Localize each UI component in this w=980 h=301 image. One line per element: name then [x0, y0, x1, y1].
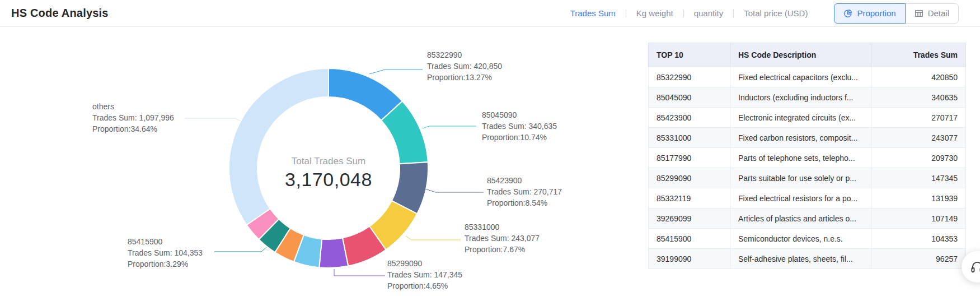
description-cell: Articles of plastics and articles o...	[730, 209, 871, 229]
callout-line: Trades Sum: 420,850	[427, 61, 502, 72]
table-row: 39199090Self-adhesive plates, sheets, fi…	[649, 249, 966, 269]
label-leader-line	[185, 118, 241, 121]
description-cell: Semiconductor devices, n.e.s.	[730, 229, 871, 249]
column-header-trades-sum: Trades Sum	[871, 43, 966, 67]
headset-icon	[970, 260, 980, 274]
callout-line: Trades Sum: 1,097,996	[92, 112, 174, 123]
table-row: 39269099Articles of plastics and article…	[649, 209, 966, 229]
callout-line: 85423900	[487, 175, 562, 186]
trades-sum-cell: 104353	[871, 229, 966, 249]
callout-line: Proportion:3.29%	[128, 258, 203, 270]
chart-callout-85299090: 85299090Trades Sum: 147,345Proportion:4.…	[387, 258, 462, 291]
callout-line: 85322990	[427, 49, 502, 61]
hs-code-cell: 85299090	[649, 168, 730, 188]
hs-code-cell: 85177990	[649, 148, 730, 168]
trades-sum-cell: 147345	[871, 168, 966, 188]
page-title: HS Code Analysis	[11, 7, 109, 20]
callout-line: Proportion:4.65%	[387, 280, 462, 291]
hs-code-cell: 85415900	[649, 229, 730, 249]
metric-tab-kg-weight[interactable]: Kg weight	[626, 8, 683, 18]
chart-center-value: 3,170,048	[245, 169, 412, 191]
metric-tab-quantity[interactable]: quantity	[684, 8, 734, 18]
trades-sum-cell: 270717	[871, 108, 966, 128]
callout-line: 85299090	[387, 258, 462, 269]
description-cell: Parts suitable for use solely or p...	[730, 168, 871, 188]
callout-line: 85331000	[465, 221, 540, 233]
column-header-top10: TOP 10	[649, 43, 730, 67]
proportion-button[interactable]: Proportion	[834, 3, 905, 24]
pie-chart-icon	[843, 9, 852, 18]
table-header-row: TOP 10HS Code DescriptionTrades Sum	[649, 43, 966, 67]
view-button-label: Detail	[928, 8, 949, 18]
metric-tab-total-price-usd-[interactable]: Total price (USD)	[734, 8, 818, 18]
callout-line: Trades Sum: 104,353	[128, 247, 203, 258]
hs-code-cell: 85322990	[649, 67, 730, 87]
hs-code-cell: 39269099	[649, 209, 730, 229]
description-cell: Parts of telephone sets, telepho...	[730, 148, 871, 168]
trades-sum-cell: 420850	[871, 67, 966, 87]
view-button-label: Proportion	[857, 8, 895, 18]
table-row: 85423900Electronic integrated circuits (…	[649, 108, 966, 128]
callout-line: Proportion:10.74%	[482, 132, 557, 143]
description-cell: Fixed carbon resistors, composit...	[730, 128, 871, 148]
chart-callout-85423900: 85423900Trades Sum: 270,717Proportion:8.…	[487, 175, 562, 209]
callout-line: Proportion:13.27%	[427, 72, 502, 83]
table-row: 85045090Inductors (excluding inductors f…	[649, 87, 966, 108]
description-cell: Self-adhesive plates, sheets, fil...	[730, 249, 871, 269]
table-row: 85322990Fixed electrical capacitors (exc…	[649, 67, 966, 87]
chart-callout-others: othersTrades Sum: 1,097,996Proportion:34…	[92, 101, 174, 135]
metric-tabs: Trades SumKg weightquantityTotal price (…	[560, 8, 818, 18]
table-row: 85299090Parts suitable for use solely or…	[649, 168, 966, 188]
chart-center-title: Total Trades Sum	[245, 156, 412, 167]
label-leader-line	[369, 70, 423, 74]
metric-tab-trades-sum[interactable]: Trades Sum	[560, 8, 626, 18]
callout-line: 85415900	[128, 236, 203, 247]
label-leader-line	[425, 189, 484, 192]
chart-callout-85331000: 85331000Trades Sum: 243,077Proportion:7.…	[465, 221, 540, 255]
donut-chart-panel: 85322990Trades Sum: 420,850Proportion:13…	[0, 27, 576, 301]
callout-line: Trades Sum: 147,345	[387, 269, 462, 280]
chart-callout-85415900: 85415900Trades Sum: 104,353Proportion:3.…	[128, 236, 203, 270]
label-leader-line	[423, 126, 476, 128]
callout-line: Proportion:34.64%	[92, 123, 174, 135]
callout-line: others	[92, 101, 174, 112]
hs-code-cell: 85332119	[649, 188, 730, 209]
hs-code-cell: 85045090	[649, 87, 730, 108]
top10-table-panel: TOP 10HS Code DescriptionTrades Sum 8532…	[648, 43, 965, 269]
hs-code-cell: 39199090	[649, 249, 730, 269]
trades-sum-cell: 340635	[871, 87, 966, 108]
trades-sum-cell: 131939	[871, 188, 966, 209]
callout-line: Trades Sum: 340,635	[482, 121, 557, 132]
view-toggle: ProportionDetail	[834, 3, 959, 24]
description-cell: Fixed electrical resistors for a po...	[730, 188, 871, 209]
trades-sum-cell: 96257	[871, 249, 966, 269]
callout-line: Proportion:7.67%	[465, 244, 540, 255]
chart-callout-85322990: 85322990Trades Sum: 420,850Proportion:13…	[427, 49, 502, 83]
table-row: 85331000Fixed carbon resistors, composit…	[649, 128, 966, 148]
label-leader-line	[406, 236, 461, 240]
description-cell: Fixed electrical capacitors (exclu...	[730, 67, 871, 87]
label-leader-line	[214, 247, 266, 252]
callout-line: Proportion:8.54%	[487, 197, 562, 209]
page-header: HS Code Analysis Trades SumKg weightquan…	[0, 0, 980, 27]
trades-sum-cell: 243077	[871, 128, 966, 148]
top10-table: TOP 10HS Code DescriptionTrades Sum 8532…	[648, 43, 966, 269]
column-header-description: HS Code Description	[730, 43, 871, 67]
trades-sum-cell: 107149	[871, 209, 966, 229]
hs-code-cell: 85423900	[649, 108, 730, 128]
description-cell: Inductors (excluding inductors f...	[730, 87, 871, 108]
table-icon	[915, 9, 923, 18]
donut-segment-others[interactable]	[229, 68, 329, 225]
table-row: 85332119Fixed electrical resistors for a…	[649, 188, 966, 209]
donut-segment-85299090[interactable]	[319, 238, 348, 268]
table-row: 85415900Semiconductor devices, n.e.s.104…	[649, 229, 966, 249]
callout-line: 85045090	[482, 109, 557, 121]
hs-code-cell: 85331000	[649, 128, 730, 148]
description-cell: Electronic integrated circuits (ex...	[730, 108, 871, 128]
trades-sum-cell: 209730	[871, 148, 966, 168]
callout-line: Trades Sum: 270,717	[487, 186, 562, 197]
callout-line: Trades Sum: 243,077	[465, 233, 540, 244]
chart-callout-85045090: 85045090Trades Sum: 340,635Proportion:10…	[482, 109, 557, 143]
table-row: 85177990Parts of telephone sets, telepho…	[649, 148, 966, 168]
detail-button[interactable]: Detail	[905, 3, 959, 24]
